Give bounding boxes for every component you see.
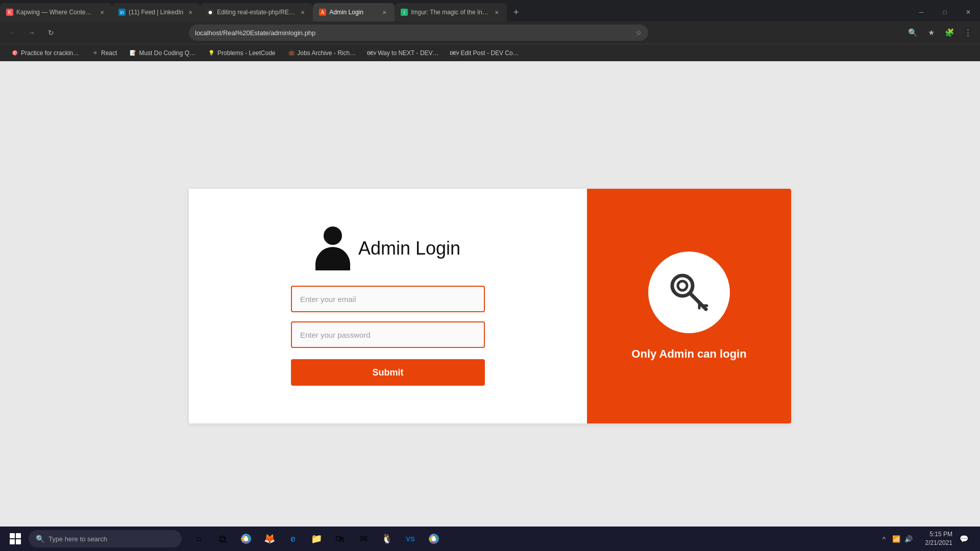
login-card: Admin Login Submit [189,189,791,423]
right-panel-text: Only Admin can login [631,347,746,361]
taskbar-chrome-2[interactable] [423,528,445,550]
toolbar-icons: 🔍 ★ 🧩 ⋮ [904,24,976,41]
new-tab-button[interactable]: + [507,3,525,21]
windows-logo-icon [10,533,21,544]
address-bar-row: ← → ↻ localhost/Real%20Estate/adminlogin… [0,21,980,44]
admin-icon-head [324,227,342,245]
admin-header: Admin Login [315,227,460,270]
taskbar-search[interactable]: 🔍 Type here to search [29,530,182,547]
tab-linkedin[interactable]: in (11) Feed | LinkedIn ✕ [112,3,201,21]
taskbar-chrome[interactable] [235,528,257,550]
taskbar-ubuntu[interactable]: 🐧 [376,528,398,550]
bookmark-devedit[interactable]: DEV Edit Post - DEV Co… [446,47,524,59]
bookmark-devnext[interactable]: DEV Way to NEXT - DEV… [363,47,444,59]
taskbar-right: ^ 📶 🔊 5:15 PM 2/21/2021 💬 [879,530,976,547]
forward-button[interactable]: → [23,24,40,41]
bookmark-star-icon[interactable]: ☆ [635,29,642,37]
bookmark-label-leetcode: Problems - LeetCode [217,49,275,57]
bookmark-jobs[interactable]: 💼 Jobs Archive - Rich… [283,47,361,59]
bookmark-label-practice: Practice for crackin… [21,49,79,57]
bookmark-label-coding: Must Do Coding Q… [139,49,195,57]
tab-favicon-admin: A [319,9,326,16]
tab-admin[interactable]: A Admin Login ✕ [313,3,395,21]
taskbar-firefox[interactable]: 🦊 [258,528,281,550]
key-icon [666,269,712,315]
minimize-button[interactable]: ─ [910,2,933,23]
bookmark-favicon-leetcode: 💡 [208,49,215,57]
address-bar[interactable]: localhost/Real%20Estate/adminlogin.php ☆ [189,24,648,41]
extensions-button[interactable]: 🧩 [941,24,958,41]
bookmark-coding[interactable]: 📝 Must Do Coding Q… [124,47,201,59]
bookmark-favicon-coding: 📝 [129,49,136,57]
tab-close-github[interactable]: ✕ [299,8,307,16]
address-bar-icons: ☆ [635,29,642,37]
reload-button[interactable]: ↻ [43,24,59,41]
tab-favicon-imgur: i [401,9,408,16]
bookmark-label-react: React [101,49,117,57]
tab-close-imgur[interactable]: ✕ [493,8,501,16]
tab-close-admin[interactable]: ✕ [380,8,388,16]
tray-arrow-icon[interactable]: ^ [879,534,889,544]
bookmark-favicon-react: ⚛ [91,49,99,57]
tab-github[interactable]: ● Editing real-estate-php/README… ✕ [201,3,313,21]
tab-title-kapwing: Kapwing — Where Content Crea… [16,9,95,16]
system-clock[interactable]: 5:15 PM 2/21/2021 [917,530,952,547]
taskbar-mail[interactable]: ✉ [352,528,375,550]
taskbar: 🔍 Type here to search ○ ⧉ 🦊 e 📁 🛍 ✉ 🐧 VS [0,527,980,551]
password-input[interactable] [291,321,485,348]
search-toolbar-button[interactable]: 🔍 [904,24,921,41]
admin-icon [315,227,350,270]
bookmark-favicon-jobs: 💼 [288,49,295,57]
tab-bar: K Kapwing — Where Content Crea… ✕ in (11… [0,0,980,21]
close-button[interactable]: ✕ [957,2,980,23]
bookmark-practice[interactable]: 🎯 Practice for crackin… [6,47,84,59]
taskbar-apps: ○ ⧉ 🦊 e 📁 🛍 ✉ 🐧 VS [188,528,445,550]
admin-title: Admin Login [358,238,460,259]
submit-button[interactable]: Submit [291,359,485,386]
tray-network-icon[interactable]: 📶 [891,534,901,544]
tab-title-linkedin: (11) Feed | LinkedIn [129,9,183,16]
svg-point-1 [678,281,687,290]
taskbar-search-placeholder: Type here to search [48,535,107,543]
key-circle [648,252,730,333]
login-form: Submit [291,286,485,386]
bookmark-label-devedit: Edit Post - DEV Co… [461,49,519,57]
taskbar-search-icon: 🔍 [36,535,44,543]
bookmark-react[interactable]: ⚛ React [86,47,122,59]
tab-title-imgur: Imgur: The magic of the Internet [411,9,489,16]
maximize-button[interactable]: □ [933,2,957,23]
page-content: Admin Login Submit [0,61,980,551]
tray-volume-icon[interactable]: 🔊 [903,534,914,544]
left-panel: Admin Login Submit [189,189,587,423]
bookmarks-bar: 🎯 Practice for crackin… ⚛ React 📝 Must D… [0,44,980,61]
bookmark-leetcode[interactable]: 💡 Problems - LeetCode [203,47,280,59]
notification-button[interactable]: 💬 [955,531,972,547]
taskbar-file-explorer[interactable]: 📁 [305,528,328,550]
tab-favicon-github: ● [207,9,214,16]
tab-favicon-linkedin: in [118,9,126,16]
bookmark-label-devnext: Way to NEXT - DEV… [378,49,438,57]
tab-title-github: Editing real-estate-php/README… [217,9,296,16]
more-button[interactable]: ⋮ [960,24,976,41]
taskbar-cortana[interactable]: ○ [188,528,210,550]
taskbar-store[interactable]: 🛍 [329,528,351,550]
window-controls: ─ □ ✕ [910,3,980,21]
right-panel: Only Admin can login [587,189,791,423]
tab-favicon-kapwing: K [6,9,13,16]
tab-close-kapwing[interactable]: ✕ [98,8,106,16]
tab-kapwing[interactable]: K Kapwing — Where Content Crea… ✕ [0,3,112,21]
back-button[interactable]: ← [4,24,20,41]
taskbar-vscode[interactable]: VS [399,528,422,550]
tab-title-admin: Admin Login [329,9,377,16]
start-button[interactable] [4,528,27,550]
clock-time: 5:15 PM [929,530,952,539]
tab-imgur[interactable]: i Imgur: The magic of the Internet ✕ [395,3,507,21]
bookmark-favicon-devedit: DEV [451,49,458,57]
system-tray: ^ 📶 🔊 [879,534,914,544]
favorites-button[interactable]: ★ [923,24,939,41]
admin-icon-body [315,247,350,270]
tab-close-linkedin[interactable]: ✕ [186,8,194,16]
taskbar-taskview[interactable]: ⧉ [211,528,234,550]
email-input[interactable] [291,286,485,312]
taskbar-edge[interactable]: e [282,528,304,550]
